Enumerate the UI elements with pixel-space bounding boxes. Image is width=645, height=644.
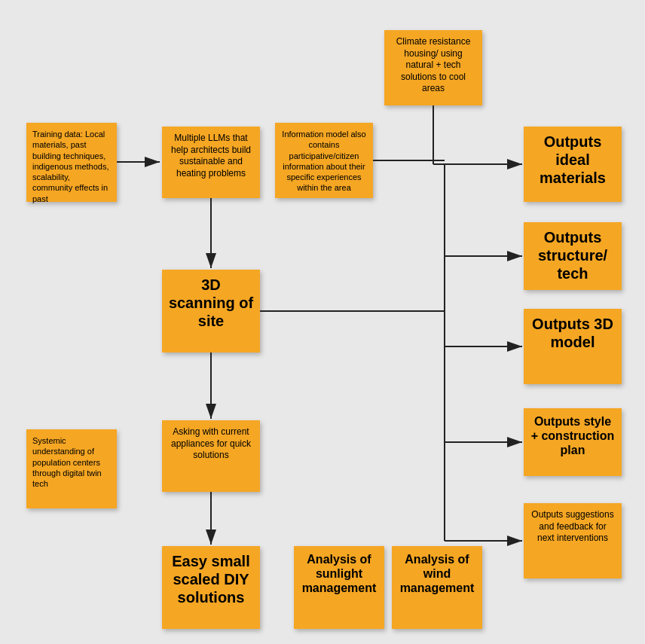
wind-sticky: Analysis of wind management (392, 546, 482, 629)
llms-sticky: Multiple LLMs that help architects build… (162, 127, 260, 198)
out-suggestions-sticky: Outputs suggestions and feedback for nex… (524, 503, 622, 578)
sunlight-sticky: Analysis of sunlight management (294, 546, 384, 629)
out-structure-sticky: Outputs structure/ tech (524, 222, 622, 290)
out-materials-sticky: Outputs ideal materials (524, 127, 622, 202)
diy-sticky: Easy small scaled DIY solutions (162, 546, 260, 629)
out-3d-sticky: Outputs 3D model (524, 309, 622, 384)
out-style-sticky: Outputs style + construction plan (524, 408, 622, 476)
info-model-sticky: Information model also contains particip… (275, 123, 373, 198)
climate-sticky: Climate resistance housing/ using natura… (384, 30, 482, 105)
training-sticky: Training data: Local materials, past bui… (26, 123, 117, 202)
scanning-sticky: 3D scanning of site (162, 270, 260, 353)
asking-sticky: Asking with current appliances for quick… (162, 420, 260, 492)
systemic-sticky: Systemic understanding of population cen… (26, 429, 117, 508)
